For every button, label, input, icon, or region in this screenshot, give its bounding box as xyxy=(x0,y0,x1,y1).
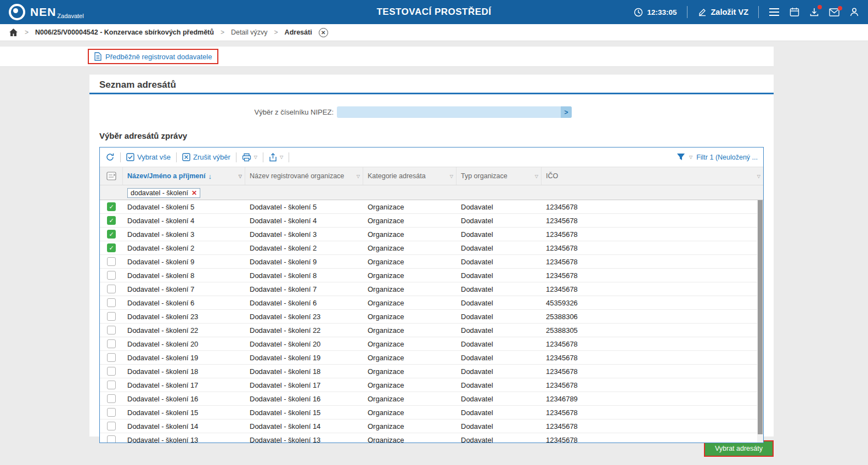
cell-type: Dodavatel xyxy=(456,313,542,321)
row-checkbox[interactable] xyxy=(107,381,116,389)
cell-name: Dodavatel - školení 2 xyxy=(123,244,245,252)
cell-type: Dodavatel xyxy=(456,381,542,389)
calendar-button[interactable] xyxy=(790,7,799,17)
export-dropdown-icon[interactable]: ▽ xyxy=(280,155,283,160)
cell-name: Dodavatel - školení 15 xyxy=(123,409,245,417)
home-icon[interactable] xyxy=(9,28,18,37)
column-settings[interactable] xyxy=(100,167,123,185)
table-row[interactable]: Dodavatel - školení 18 Dodavatel - škole… xyxy=(100,365,763,378)
table-row[interactable]: Dodavatel - školení 20 Dodavatel - škole… xyxy=(100,337,763,351)
table-row[interactable]: Dodavatel - školení 7 Dodavatel - školen… xyxy=(100,282,763,296)
row-checkbox[interactable] xyxy=(107,422,116,430)
close-tab-icon[interactable]: ✕ xyxy=(319,28,328,37)
row-checkbox[interactable] xyxy=(107,257,116,266)
column-header-name[interactable]: Název/Jméno a příjmení ↓ ▽ xyxy=(123,167,245,185)
column-filter-icon[interactable]: ▽ xyxy=(357,174,360,179)
breadcrumb-item-procedure[interactable]: N006/25/V00004542 - Konzervace sbírkovýc… xyxy=(35,29,214,36)
row-checkbox[interactable] xyxy=(107,271,116,280)
row-checkbox-cell xyxy=(100,257,123,266)
table-row[interactable]: Dodavatel - školení 9 Dodavatel - školen… xyxy=(100,255,763,269)
table-row[interactable]: Dodavatel - školení 17 Dodavatel - škole… xyxy=(100,378,763,392)
session-clock: 12:33:05 xyxy=(634,8,677,17)
table-row[interactable]: Dodavatel - školení 15 Dodavatel - škole… xyxy=(100,406,763,419)
table-row[interactable]: Dodavatel - školení 14 Dodavatel - škole… xyxy=(100,419,763,433)
column-header-type[interactable]: Typ organizace ▽ xyxy=(456,167,542,185)
row-checkbox[interactable] xyxy=(107,298,116,307)
table-row[interactable]: ✓ Dodavatel - školení 5 Dodavatel - škol… xyxy=(100,200,763,214)
active-filter-tag: dodavatel - školení ✕ xyxy=(127,188,200,198)
cell-category: Organizace xyxy=(363,436,456,444)
row-checkbox[interactable] xyxy=(107,285,116,293)
table-row[interactable]: Dodavatel - školení 22 Dodavatel - škole… xyxy=(100,324,763,337)
cell-category: Organizace xyxy=(363,217,456,225)
cell-org: Dodavatel - školení 6 xyxy=(245,299,363,307)
user-menu-button[interactable] xyxy=(849,7,859,17)
breadcrumb-item-adresati[interactable]: Adresáti xyxy=(285,29,312,36)
filter-funnel-icon[interactable] xyxy=(677,153,685,161)
row-checkbox[interactable]: ✓ xyxy=(107,230,116,239)
table-row[interactable]: Dodavatel - školení 16 Dodavatel - škole… xyxy=(100,392,763,406)
column-header-ico[interactable]: IČO ▽ xyxy=(542,167,763,185)
export-button[interactable]: ▽ xyxy=(269,153,283,162)
cell-type: Dodavatel xyxy=(456,367,542,376)
filter-row: dodavatel - školení ✕ xyxy=(100,185,763,200)
refresh-button[interactable] xyxy=(105,152,115,162)
cell-org: Dodavatel - školení 5 xyxy=(245,203,363,211)
menu-button[interactable] xyxy=(769,8,780,16)
column-header-category[interactable]: Kategorie adresáta ▽ xyxy=(363,167,456,185)
messages-button[interactable] xyxy=(829,8,839,16)
row-checkbox[interactable] xyxy=(107,408,116,417)
cell-org: Dodavatel - školení 3 xyxy=(245,230,363,239)
column-header-org[interactable]: Název registrované organizace ▽ xyxy=(245,167,363,185)
cell-type: Dodavatel xyxy=(456,217,542,225)
table-row[interactable]: Dodavatel - školení 6 Dodavatel - školen… xyxy=(100,296,763,310)
print-dropdown-icon[interactable]: ▽ xyxy=(254,155,257,160)
row-checkbox[interactable] xyxy=(107,326,116,334)
cell-name: Dodavatel - školení 9 xyxy=(123,258,245,266)
scrollbar-thumb[interactable] xyxy=(758,200,763,434)
export-icon xyxy=(269,153,277,162)
table-row[interactable]: Dodavatel - školení 8 Dodavatel - školen… xyxy=(100,269,763,282)
nen-logo[interactable]: NENZadavatel xyxy=(9,4,84,20)
cell-category: Organizace xyxy=(363,271,456,280)
checkbox-check-icon xyxy=(126,153,134,161)
cell-ico: 12345678 xyxy=(542,285,763,293)
row-checkbox[interactable] xyxy=(107,312,116,321)
row-checkbox-cell xyxy=(100,312,123,321)
table-row[interactable]: Dodavatel - školení 13 Dodavatel - škole… xyxy=(100,433,763,443)
select-all-button[interactable]: Vybrat vše xyxy=(126,153,171,161)
cell-type: Dodavatel xyxy=(456,395,542,403)
row-checkbox[interactable] xyxy=(107,367,116,376)
row-checkbox[interactable]: ✓ xyxy=(107,216,116,225)
column-filter-icon[interactable]: ▽ xyxy=(450,174,453,179)
column-filter-icon[interactable]: ▽ xyxy=(757,174,760,179)
row-checkbox-cell xyxy=(100,422,123,430)
cell-ico: 12345678 xyxy=(542,217,763,225)
cell-type: Dodavatel xyxy=(456,326,542,334)
remove-filter-icon[interactable]: ✕ xyxy=(191,189,197,197)
table-row[interactable]: Dodavatel - školení 19 Dodavatel - škole… xyxy=(100,351,763,365)
row-checkbox[interactable] xyxy=(107,394,116,403)
row-checkbox[interactable] xyxy=(107,435,116,443)
create-vz-button[interactable]: Založit VZ xyxy=(697,7,748,17)
cell-name: Dodavatel - školení 13 xyxy=(123,436,245,444)
row-checkbox[interactable]: ✓ xyxy=(107,243,116,252)
preregister-supplier-button[interactable]: Předběžně registrovat dodavatele xyxy=(88,49,218,64)
print-button[interactable]: ▽ xyxy=(242,153,257,162)
nipez-open-picker-icon[interactable]: > xyxy=(561,106,572,118)
table-row[interactable]: ✓ Dodavatel - školení 4 Dodavatel - škol… xyxy=(100,214,763,228)
table-row[interactable]: ✓ Dodavatel - školení 2 Dodavatel - škol… xyxy=(100,241,763,255)
nipez-input[interactable] xyxy=(337,106,561,118)
row-checkbox[interactable] xyxy=(107,339,116,348)
filter-status-label[interactable]: Filtr 1 (Neuložený ... xyxy=(696,154,758,161)
column-filter-icon[interactable]: ▽ xyxy=(535,174,538,179)
clear-selection-button[interactable]: Zrušit výběr xyxy=(182,153,230,161)
row-checkbox[interactable] xyxy=(107,353,116,362)
breadcrumb-item-detail[interactable]: Detail výzvy xyxy=(231,29,268,36)
table-row[interactable]: ✓ Dodavatel - školení 3 Dodavatel - škol… xyxy=(100,228,763,241)
downloads-button[interactable] xyxy=(809,7,819,17)
filter-dropdown-icon[interactable]: ▽ xyxy=(689,155,692,160)
column-filter-icon[interactable]: ▽ xyxy=(239,174,242,179)
row-checkbox[interactable]: ✓ xyxy=(107,202,116,211)
table-row[interactable]: Dodavatel - školení 23 Dodavatel - škole… xyxy=(100,310,763,324)
